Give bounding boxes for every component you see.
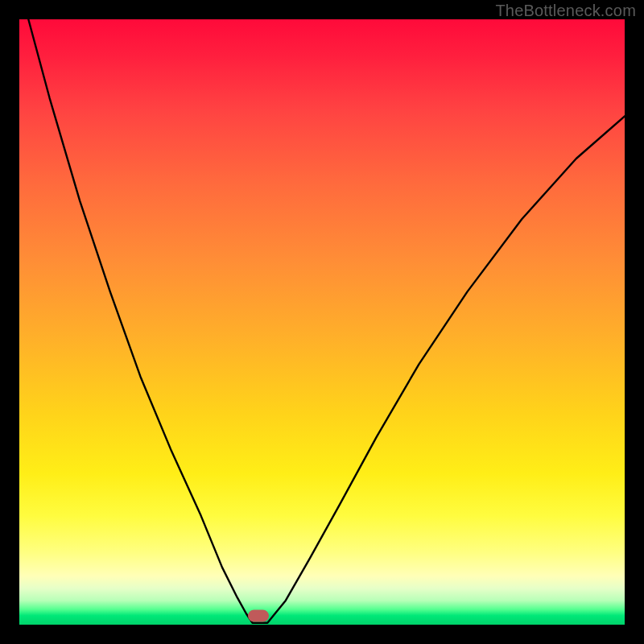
plot-area [19,19,625,625]
optimal-point-marker [248,609,269,621]
chart-frame: TheBottleneck.com [0,0,644,644]
watermark-text: TheBottleneck.com [495,2,636,20]
bottleneck-curve [19,19,625,625]
